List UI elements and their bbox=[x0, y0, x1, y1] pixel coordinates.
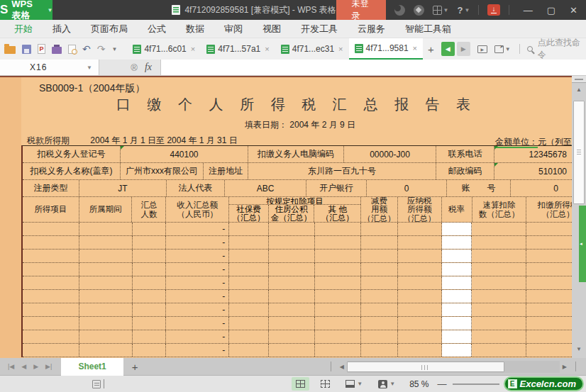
table-cell[interactable] bbox=[472, 330, 526, 343]
table-cell[interactable] bbox=[315, 344, 361, 357]
tab-cloud[interactable]: 云服务 bbox=[348, 23, 395, 35]
table-cell[interactable] bbox=[442, 276, 472, 289]
table-cell[interactable] bbox=[361, 263, 398, 276]
maximize-button[interactable]: ▢ bbox=[547, 5, 555, 16]
reg-type-value[interactable]: JT bbox=[79, 180, 167, 196]
reg-no-label[interactable]: 扣税义务人登记号 bbox=[23, 146, 121, 162]
tab-home[interactable]: 开始 bbox=[4, 23, 43, 35]
reading-view-button[interactable]: ▼ bbox=[374, 377, 399, 391]
postcode-label[interactable]: 邮政编码 bbox=[436, 163, 494, 179]
table-cell[interactable] bbox=[133, 223, 167, 235]
membership-icon[interactable] bbox=[414, 5, 424, 16]
find-command-placeholder[interactable]: 点此查找命令 bbox=[538, 37, 586, 61]
table-cell[interactable] bbox=[229, 330, 269, 343]
doc-tab-4-active[interactable]: 4f71...9581 × bbox=[349, 38, 424, 60]
legal-rep-value[interactable]: ABC bbox=[225, 180, 306, 196]
table-cell[interactable] bbox=[79, 303, 133, 316]
table-cell[interactable] bbox=[361, 250, 398, 262]
toolbar-more-icon[interactable]: ▼ bbox=[111, 46, 117, 52]
new-tab-icon[interactable]: + bbox=[423, 43, 439, 55]
table-cell[interactable] bbox=[442, 290, 472, 303]
table-cell[interactable] bbox=[398, 263, 442, 276]
table-cell[interactable] bbox=[442, 236, 472, 249]
table-cell[interactable] bbox=[23, 330, 79, 343]
notes-icon[interactable] bbox=[92, 380, 101, 388]
tab-data[interactable]: 数据 bbox=[176, 23, 214, 35]
table-cell[interactable] bbox=[79, 317, 133, 330]
zoom-out-icon[interactable]: — bbox=[438, 379, 447, 389]
tab-view[interactable]: 视图 bbox=[253, 23, 291, 35]
table-cell[interactable] bbox=[315, 223, 361, 235]
scroll-right-icon[interactable]: ▶ bbox=[563, 364, 567, 370]
next-sheet-icon[interactable]: ▶ bbox=[33, 363, 38, 370]
table-cell[interactable]: - bbox=[166, 344, 229, 357]
table-cell[interactable] bbox=[269, 344, 315, 357]
table-cell[interactable] bbox=[133, 263, 167, 276]
table-cell[interactable] bbox=[133, 344, 167, 357]
table-cell[interactable] bbox=[442, 223, 472, 235]
table-cell[interactable] bbox=[79, 236, 133, 249]
legal-rep-label[interactable]: 法人代表 bbox=[167, 180, 225, 196]
close-tab-icon[interactable]: × bbox=[265, 45, 269, 53]
table-cell[interactable] bbox=[79, 330, 133, 343]
table-cell[interactable] bbox=[442, 250, 472, 262]
tab-developer[interactable]: 开发工具 bbox=[291, 23, 348, 35]
wps-logo[interactable]: S WPS 表格 ▼ bbox=[0, 0, 52, 20]
table-cell[interactable] bbox=[269, 290, 315, 303]
close-button[interactable]: ✕ bbox=[570, 5, 577, 16]
address-value[interactable]: 东川路一百九十号 bbox=[248, 163, 436, 179]
prev-sheet-icon[interactable]: ◀ bbox=[21, 363, 26, 370]
table-cell[interactable] bbox=[79, 344, 133, 357]
table-cell[interactable] bbox=[23, 344, 79, 357]
phone-label[interactable]: 联系电话 bbox=[436, 146, 494, 162]
table-cell[interactable] bbox=[442, 330, 472, 343]
table-cell[interactable] bbox=[472, 236, 526, 249]
formula-input[interactable] bbox=[160, 60, 586, 75]
table-cell[interactable] bbox=[398, 223, 442, 235]
scroll-left-icon[interactable]: ◀ bbox=[340, 364, 344, 370]
table-cell[interactable]: - bbox=[166, 303, 229, 316]
table-cell[interactable] bbox=[442, 263, 472, 276]
table-cell[interactable] bbox=[23, 250, 79, 262]
col-taxable[interactable]: 应纳税 所得额 （汇总） bbox=[398, 197, 442, 222]
table-cell[interactable] bbox=[133, 276, 167, 289]
table-cell[interactable] bbox=[79, 290, 133, 303]
close-tab-icon[interactable]: × bbox=[413, 44, 417, 52]
login-button[interactable]: 未登录 bbox=[336, 0, 386, 20]
table-cell[interactable] bbox=[361, 330, 398, 343]
table-cell[interactable] bbox=[133, 317, 167, 330]
col-income-item[interactable]: 所得项目 bbox=[23, 197, 79, 222]
scroll-down-icon[interactable]: ▼ bbox=[572, 346, 586, 352]
table-cell[interactable]: - bbox=[166, 250, 229, 262]
table-cell[interactable] bbox=[442, 344, 472, 357]
table-cell[interactable] bbox=[229, 303, 269, 316]
table-cell[interactable] bbox=[269, 223, 315, 235]
sheet-tab-sheet1[interactable]: Sheet1 bbox=[61, 358, 123, 376]
search-icon[interactable] bbox=[527, 46, 533, 52]
print-preview-icon[interactable] bbox=[68, 45, 76, 54]
undo-icon[interactable]: ↶ bbox=[82, 44, 91, 54]
col-people[interactable]: 汇总 人数 bbox=[132, 197, 166, 222]
table-cell[interactable] bbox=[442, 303, 472, 316]
name-label[interactable]: 扣税义务人名称(盖章) bbox=[23, 163, 121, 179]
table-cell[interactable] bbox=[269, 236, 315, 249]
close-tab-icon[interactable]: × bbox=[338, 45, 343, 53]
table-cell[interactable] bbox=[472, 317, 526, 330]
table-cell[interactable]: - bbox=[166, 290, 229, 303]
table-cell[interactable] bbox=[442, 317, 472, 330]
table-cell[interactable] bbox=[315, 290, 361, 303]
page-break-view-button[interactable] bbox=[316, 377, 334, 391]
vertical-scrollbar[interactable]: ▲ ◄ ▼ bbox=[572, 76, 586, 358]
tab-review[interactable]: 审阅 bbox=[214, 23, 253, 35]
add-sheet-icon[interactable]: + bbox=[132, 361, 138, 373]
doc-tab-3[interactable]: 4f71...ec31 × bbox=[275, 38, 349, 60]
apps-icon[interactable]: ▼ bbox=[433, 6, 449, 15]
address-label[interactable]: 注册地址 bbox=[204, 163, 248, 179]
table-cell[interactable] bbox=[472, 290, 526, 303]
table-cell[interactable]: - bbox=[166, 330, 229, 343]
spreadsheet-canvas[interactable]: SB0009-1（2004年版） 口 缴 个 人 所 得 税 汇 总 报 告 表… bbox=[0, 76, 586, 358]
table-cell[interactable] bbox=[229, 263, 269, 276]
table-cell[interactable] bbox=[315, 236, 361, 249]
table-cell[interactable] bbox=[269, 250, 315, 262]
redo-icon[interactable]: ↷ bbox=[97, 44, 106, 54]
